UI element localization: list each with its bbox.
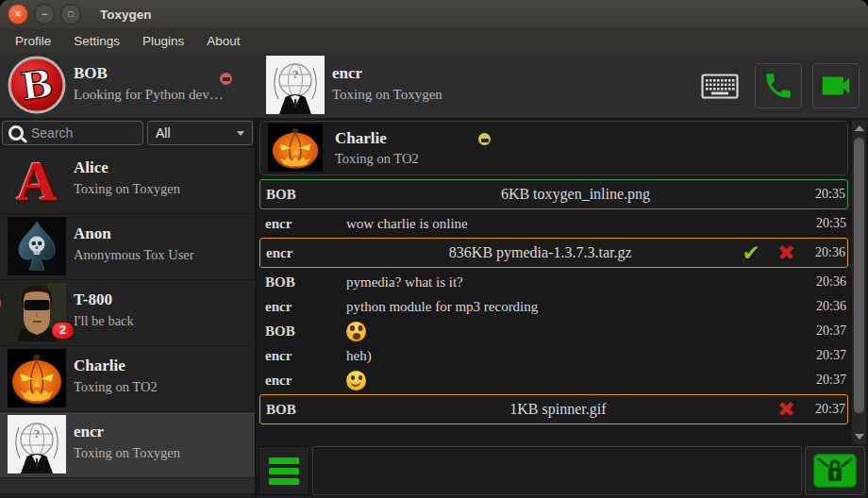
maximize-button[interactable]: □ (60, 4, 81, 25)
contact-item-anon[interactable]: AnonAnonymous Tox User (0, 214, 255, 280)
message-time: 20:36 (805, 274, 846, 290)
smiling-face-emoji (346, 371, 366, 390)
file-transfer-label: 6KB toxygen_inline.png (347, 186, 804, 203)
app-window: × − □ Toxygen Profile Settings Plugins A… (0, 0, 868, 498)
window-title: Toxygen (100, 8, 152, 22)
message-time: 20:36 (805, 299, 846, 314)
header: B BOB Looking for Python dev… ? encr Tox… (0, 53, 868, 118)
scrollbar-down-button[interactable] (852, 429, 866, 444)
status-busy-icon[interactable] (220, 73, 232, 85)
message-sender: encr (265, 216, 346, 232)
video-call-button[interactable] (812, 63, 860, 108)
status-busy-new-icon (0, 294, 1, 312)
self-avatar[interactable]: B (8, 56, 66, 114)
file-transfer-row: BOB1KB spinner.gif✖20:37 (259, 394, 848, 424)
hamburger-icon (269, 457, 299, 464)
message-time: 20:37 (805, 373, 846, 388)
contact-item-charlie[interactable]: CharlieToxing on TO2 (0, 346, 255, 412)
contact-list: AAliceToxing on ToxygenAnonAnonymous Tox… (0, 148, 255, 493)
chat-peer-name: encr (332, 64, 362, 83)
menu-about[interactable]: About (195, 30, 251, 52)
scrollbar-up-button[interactable] (852, 121, 866, 136)
chat-scrollbar[interactable] (851, 120, 867, 445)
contact-item-encr[interactable]: ?encrToxing on Toxygen (0, 412, 255, 478)
self-status-message[interactable]: Looking for Python dev… (74, 87, 224, 103)
contact-filter-dropdown[interactable]: All (147, 121, 253, 145)
sidebar: All AAliceToxing on ToxygenAnonAnonymous… (0, 118, 255, 498)
contact-status-message: Toxing on Toxygen (74, 445, 180, 461)
chat-peer-avatar: ? (266, 56, 325, 114)
keyboard-icon[interactable] (700, 73, 740, 99)
decline-file-button[interactable]: ✖ (777, 399, 795, 421)
contact-item-t-800[interactable]: T-800I'll be back2 (0, 280, 255, 346)
menu-profile[interactable]: Profile (4, 30, 62, 52)
message-content: python module for mp3 recording (346, 299, 805, 315)
contact-name: T-800 (74, 290, 112, 309)
svg-text:B: B (18, 60, 56, 108)
anonymous-avatar: ? (8, 415, 66, 473)
send-message-button[interactable] (805, 446, 865, 495)
app-body: All AAliceToxing on ToxygenAnonAnonymous… (0, 118, 868, 498)
contact-item-alice[interactable]: AAliceToxing on Toxygen (0, 148, 255, 214)
spade-avatar (8, 217, 66, 275)
self-name[interactable]: BOB (74, 64, 108, 83)
contact-status-message: Toxing on TO2 (74, 379, 158, 395)
chat-menu-button[interactable] (259, 446, 309, 495)
encrypted-send-icon (812, 453, 858, 489)
conversation-peer-name: Charlie (335, 129, 387, 148)
message-content: pymedia? what is it? (346, 274, 805, 290)
message-sender: encr (266, 245, 347, 261)
scrollbar-thumb[interactable] (854, 138, 864, 413)
file-transfer-label: 1KB spinner.gif (347, 401, 769, 418)
message-row: BOB20:37 (259, 319, 848, 343)
contact-name: Charlie (74, 357, 125, 375)
contact-status-message: Anonymous Tox User (74, 247, 194, 263)
file-transfer-row: BOB6KB toxygen_inline.png20:35 (259, 179, 848, 209)
message-list: BOB6KB toxygen_inline.png20:35encrwow ch… (259, 179, 848, 424)
chat-history: Charlie Toxing on TO2 BOB6KB toxygen_inl… (257, 118, 868, 445)
message-input[interactable] (312, 446, 802, 495)
titlebar[interactable]: × − □ Toxygen (0, 0, 868, 28)
conversation-peer-header[interactable]: Charlie Toxing on TO2 (259, 121, 848, 175)
composer (257, 445, 868, 498)
chevron-down-icon (237, 131, 244, 136)
search-input[interactable] (29, 124, 137, 141)
conversation-peer-avatar (268, 124, 323, 172)
message-content (346, 371, 805, 390)
message-content: wow charlie is online (346, 216, 805, 232)
menu-settings[interactable]: Settings (62, 30, 131, 52)
minimize-button[interactable]: − (34, 4, 55, 25)
menu-plugins[interactable]: Plugins (131, 30, 195, 52)
message-row: encrpython module for mp3 recording20:36 (259, 294, 848, 319)
shocked-face-emoji (346, 322, 366, 341)
message-sender: BOB (265, 324, 346, 340)
accept-file-button[interactable]: ✔ (742, 242, 760, 264)
menubar: Profile Settings Plugins About (0, 28, 868, 53)
pumpkin-avatar (8, 349, 66, 407)
svg-text:?: ? (34, 428, 40, 440)
contact-filter-value: All (156, 125, 171, 141)
message-time: 20:37 (805, 348, 846, 363)
message-time: 20:35 (804, 187, 845, 202)
svg-text:?: ? (292, 69, 298, 81)
decline-file-button[interactable]: ✖ (777, 242, 795, 264)
message-content (346, 322, 805, 341)
message-sender: BOB (266, 187, 347, 203)
message-sender: encr (265, 299, 346, 315)
message-sender: BOB (265, 274, 346, 290)
chat-peer-status-message: Toxing on Toxygen (332, 87, 442, 103)
message-row: encr20:37 (259, 368, 848, 392)
status-away-icon (478, 133, 491, 145)
unread-count-badge: 2 (52, 323, 74, 339)
contact-name: Anon (74, 224, 111, 243)
search-box[interactable] (2, 121, 143, 145)
conversation-peer-status-message: Toxing on TO2 (335, 151, 419, 167)
message-sender: BOB (266, 402, 347, 418)
close-button[interactable]: × (8, 4, 28, 25)
chat-pane: Charlie Toxing on TO2 BOB6KB toxygen_inl… (255, 118, 868, 498)
contact-status-message: Toxing on Toxygen (74, 181, 180, 197)
audio-call-button[interactable] (755, 63, 802, 108)
file-transfer-label: 836KB pymedia-1.3.7.3.tar.gz (347, 244, 733, 261)
message-row: BOBpymedia? what is it?20:36 (259, 270, 848, 294)
contact-status-message: I'll be back (74, 313, 134, 329)
